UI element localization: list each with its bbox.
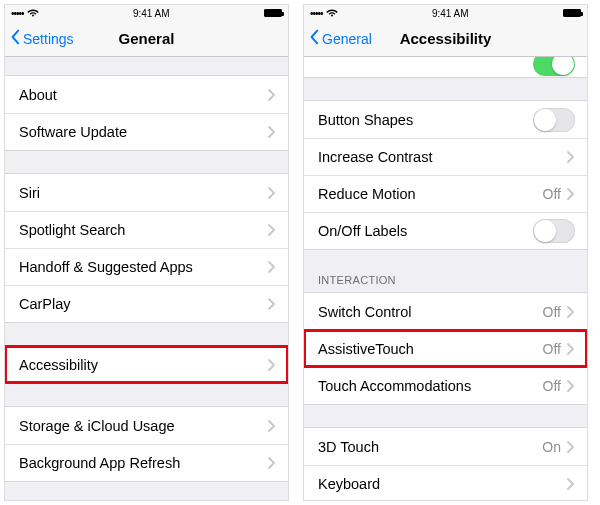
chevron-right-icon <box>268 420 276 432</box>
chevron-right-icon <box>567 478 575 490</box>
wifi-icon <box>27 8 39 19</box>
settings-list[interactable]: AboutSoftware UpdateSiriSpotlight Search… <box>5 57 288 500</box>
row-button-shapes[interactable]: Button Shapes <box>304 101 587 138</box>
back-button[interactable]: General <box>304 29 372 48</box>
phone-general: ••••• 9:41 AM Settings General AboutSoft… <box>4 4 289 501</box>
row-value: Off <box>543 341 561 357</box>
chevron-right-icon <box>268 126 276 138</box>
chevron-right-icon <box>567 151 575 163</box>
row-increase-contrast[interactable]: Increase Contrast <box>304 138 587 175</box>
row-carplay[interactable]: CarPlay <box>5 285 288 322</box>
back-label: Settings <box>23 31 74 47</box>
battery-icon <box>264 9 282 17</box>
row-keyboard[interactable]: Keyboard <box>304 465 587 500</box>
status-bar: ••••• 9:41 AM <box>304 5 587 21</box>
signal-dots: ••••• <box>310 8 323 19</box>
row-label: Software Update <box>19 124 268 140</box>
chevron-left-icon <box>9 29 21 48</box>
group-header: INTERACTION <box>304 250 587 292</box>
back-button[interactable]: Settings <box>5 29 74 48</box>
row-label: Spotlight Search <box>19 222 268 238</box>
row-label: Touch Accommodations <box>318 378 543 394</box>
row-partial-switch[interactable] <box>304 57 587 77</box>
row-siri[interactable]: Siri <box>5 174 288 211</box>
row-accessibility[interactable]: Accessibility <box>5 346 288 383</box>
chevron-left-icon <box>308 29 320 48</box>
row-reduce-motion[interactable]: Reduce MotionOff <box>304 175 587 212</box>
nav-bar: General Accessibility <box>304 21 587 57</box>
row-label: Handoff & Suggested Apps <box>19 259 268 275</box>
row-touch-accommodations[interactable]: Touch AccommodationsOff <box>304 367 587 404</box>
chevron-right-icon <box>567 343 575 355</box>
row-label: Accessibility <box>19 357 268 373</box>
row-label: 3D Touch <box>318 439 542 455</box>
row-label: Storage & iCloud Usage <box>19 418 268 434</box>
chevron-right-icon <box>268 224 276 236</box>
chevron-right-icon <box>567 441 575 453</box>
row-label: Background App Refresh <box>19 455 268 471</box>
status-bar: ••••• 9:41 AM <box>5 5 288 21</box>
row-storage-icloud-usage[interactable]: Storage & iCloud Usage <box>5 407 288 444</box>
row-switch-control[interactable]: Switch ControlOff <box>304 293 587 330</box>
toggle-switch[interactable] <box>533 57 575 76</box>
phone-accessibility: ••••• 9:41 AM General Accessibility Butt… <box>303 4 588 501</box>
chevron-right-icon <box>567 380 575 392</box>
chevron-right-icon <box>268 187 276 199</box>
back-label: General <box>322 31 372 47</box>
row-about[interactable]: About <box>5 76 288 113</box>
toggle-switch[interactable] <box>533 219 575 243</box>
chevron-right-icon <box>268 89 276 101</box>
row-label: Increase Contrast <box>318 149 567 165</box>
row-value: Off <box>543 378 561 394</box>
signal-dots: ••••• <box>11 8 24 19</box>
wifi-icon <box>326 8 338 19</box>
row-handoff-suggested-apps[interactable]: Handoff & Suggested Apps <box>5 248 288 285</box>
row-spotlight-search[interactable]: Spotlight Search <box>5 211 288 248</box>
chevron-right-icon <box>268 457 276 469</box>
row-3d-touch[interactable]: 3D TouchOn <box>304 428 587 465</box>
row-label: Keyboard <box>318 476 567 492</box>
row-label: Siri <box>19 185 268 201</box>
row-label: About <box>19 87 268 103</box>
row-on-off-labels[interactable]: On/Off Labels <box>304 212 587 249</box>
row-label: Button Shapes <box>318 112 533 128</box>
row-label: CarPlay <box>19 296 268 312</box>
chevron-right-icon <box>268 359 276 371</box>
status-time: 9:41 AM <box>432 8 469 19</box>
nav-bar: Settings General <box>5 21 288 57</box>
chevron-right-icon <box>268 261 276 273</box>
toggle-switch[interactable] <box>533 108 575 132</box>
row-value: On <box>542 439 561 455</box>
row-software-update[interactable]: Software Update <box>5 113 288 150</box>
row-label: AssistiveTouch <box>318 341 543 357</box>
chevron-right-icon <box>567 306 575 318</box>
chevron-right-icon <box>268 298 276 310</box>
row-background-app-refresh[interactable]: Background App Refresh <box>5 444 288 481</box>
settings-list[interactable]: Button ShapesIncrease ContrastReduce Mot… <box>304 57 587 500</box>
row-assistivetouch[interactable]: AssistiveTouchOff <box>304 330 587 367</box>
row-label: Reduce Motion <box>318 186 543 202</box>
row-label: Switch Control <box>318 304 543 320</box>
row-value: Off <box>543 304 561 320</box>
chevron-right-icon <box>567 188 575 200</box>
status-time: 9:41 AM <box>133 8 170 19</box>
row-label: On/Off Labels <box>318 223 533 239</box>
row-value: Off <box>543 186 561 202</box>
battery-icon <box>563 9 581 17</box>
